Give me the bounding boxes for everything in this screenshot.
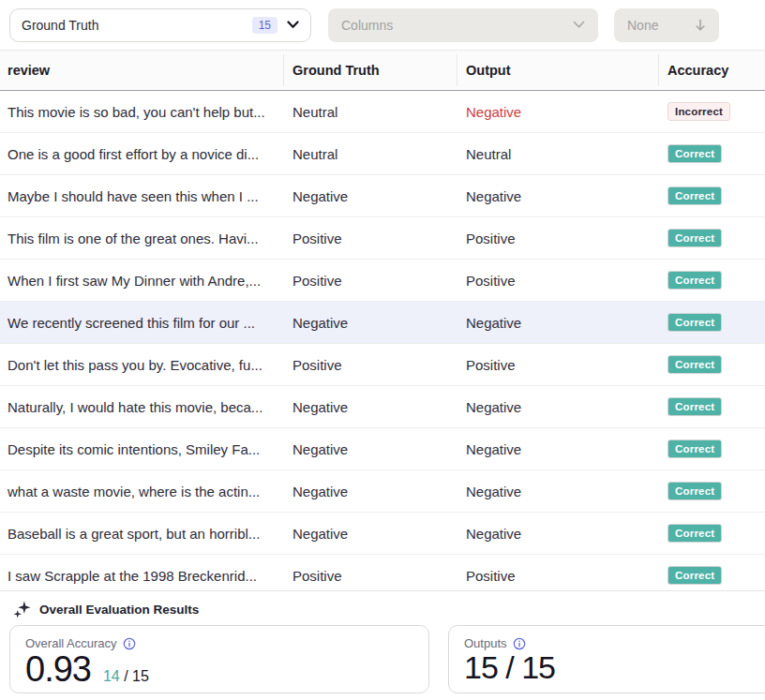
output-cell: Neutral [458, 146, 659, 162]
review-cell: Baseball is a great sport, but an horrib… [0, 526, 284, 542]
accuracy-cell: Correct [659, 566, 765, 585]
ground-truth-cell: Positive [284, 568, 458, 584]
toolbar: Ground Truth 15 Columns None [0, 0, 765, 51]
review-cell: Don't let this pass you by. Evocative, f… [0, 357, 284, 373]
output-cell: Negative [458, 188, 659, 204]
columns-select[interactable]: Columns [328, 8, 598, 42]
field-count-badge: 15 [252, 17, 278, 34]
info-icon[interactable] [123, 637, 136, 650]
accuracy-cell: Correct [659, 313, 765, 332]
ground-truth-cell: Positive [284, 357, 458, 373]
review-cell: This film is one of the great ones. Havi… [0, 231, 284, 246]
columns-select-placeholder: Columns [341, 18, 573, 33]
output-cell: Negative [458, 399, 659, 415]
accuracy-badge: Correct [668, 355, 722, 374]
table-row[interactable]: Despite its comic intentions, Smiley Fa.… [0, 428, 765, 470]
output-cell: Negative [458, 104, 659, 120]
output-cell: Positive [458, 231, 659, 246]
output-cell: Negative [458, 526, 659, 542]
output-cell: Positive [458, 273, 659, 289]
table-row[interactable]: This movie is so bad, you can't help but… [0, 91, 765, 133]
table-row[interactable]: Naturally, I would hate this movie, beca… [0, 386, 765, 428]
review-cell: When I first saw My Dinner with Andre,..… [0, 273, 284, 289]
ground-truth-cell: Negative [284, 399, 458, 415]
table-row[interactable]: One is a good first effort by a novice d… [0, 133, 765, 175]
accuracy-cell: Correct [659, 229, 765, 247]
review-cell: what a waste movie, where is the actin..… [0, 484, 284, 499]
review-cell: Despite its comic intentions, Smiley Fa.… [0, 441, 284, 457]
overall-accuracy-label: Overall Accuracy [25, 636, 117, 650]
accuracy-cell: Incorrect [659, 102, 765, 121]
accuracy-badge: Correct [668, 271, 722, 290]
ground-truth-field-select[interactable]: Ground Truth 15 [9, 8, 311, 42]
output-cell: Negative [458, 315, 659, 331]
accuracy-cell: Correct [659, 186, 765, 205]
table-row[interactable]: We recently screened this film for our .… [0, 302, 765, 344]
arrow-down-icon [695, 19, 706, 32]
ground-truth-cell: Negative [284, 441, 458, 457]
accuracy-cell: Correct [659, 524, 765, 543]
accuracy-badge: Correct [668, 482, 722, 500]
accuracy-badge: Correct [668, 566, 722, 585]
table-row[interactable]: When I first saw My Dinner with Andre,..… [0, 260, 765, 302]
output-cell: Positive [458, 568, 659, 584]
output-cell: Positive [458, 357, 659, 373]
table-row[interactable]: This film is one of the great ones. Havi… [0, 217, 765, 260]
table-row[interactable]: Don't let this pass you by. Evocative, f… [0, 344, 765, 386]
accuracy-cell: Correct [659, 355, 765, 374]
accuracy-badge: Correct [668, 229, 722, 247]
accuracy-cell: Correct [659, 271, 765, 290]
table-row[interactable]: I saw Scrapple at the 1998 Breckenrid...… [0, 555, 765, 590]
ground-truth-cell: Negative [284, 526, 458, 542]
review-cell: One is a good first effort by a novice d… [0, 146, 284, 162]
outputs-value: 15 / 15 [464, 651, 555, 685]
accuracy-badge: Correct [668, 524, 722, 543]
outputs-label: Outputs [464, 636, 507, 650]
ground-truth-cell: Neutral [284, 146, 458, 162]
review-cell: Naturally, I would hate this movie, beca… [0, 399, 284, 415]
overall-accuracy-fraction: 14 / 15 [103, 668, 149, 685]
accuracy-cell: Correct [659, 397, 765, 416]
accuracy-cell: Correct [659, 439, 765, 458]
info-icon[interactable] [513, 637, 526, 650]
table-row[interactable]: Maybe I should have seen this when I ...… [0, 175, 765, 217]
accuracy-badge: Incorrect [668, 102, 730, 121]
ground-truth-cell: Positive [284, 231, 458, 246]
accuracy-badge: Correct [668, 313, 722, 332]
accuracy-badge: Correct [668, 397, 722, 416]
accuracy-cell: Correct [659, 482, 765, 500]
evaluation-results-page: { "toolbar": { "field_select": { "label"… [0, 0, 765, 700]
ground-truth-cell: Negative [284, 188, 458, 204]
column-header-output[interactable]: Output [458, 54, 659, 86]
review-cell: I saw Scrapple at the 1998 Breckenrid... [0, 568, 284, 584]
overall-results-title: Overall Evaluation Results [39, 603, 199, 617]
outputs-card: Outputs 15 / 15 [448, 625, 765, 693]
column-header-accuracy[interactable]: Accuracy [659, 54, 765, 86]
accuracy-badge: Correct [668, 144, 722, 163]
field-select-label: Ground Truth [22, 18, 252, 33]
overall-results-header: Overall Evaluation Results [0, 591, 765, 625]
review-cell: This movie is so bad, you can't help but… [0, 104, 284, 120]
ground-truth-cell: Positive [284, 273, 458, 289]
table-row[interactable]: Baseball is a great sport, but an horrib… [0, 513, 765, 555]
table-body: This movie is so bad, you can't help but… [0, 91, 765, 590]
chevron-down-icon [287, 21, 299, 29]
table-row[interactable]: what a waste movie, where is the actin..… [0, 470, 765, 513]
ground-truth-cell: Negative [284, 484, 458, 499]
sort-order-button[interactable]: None [614, 8, 719, 42]
chevron-down-icon [573, 21, 585, 29]
sparkles-icon [13, 601, 31, 618]
column-header-ground-truth[interactable]: Ground Truth [284, 54, 458, 86]
overall-results-panel: Overall Evaluation Results Overall Accur… [0, 590, 765, 700]
column-header-review[interactable]: review [0, 54, 284, 86]
overall-accuracy-card: Overall Accuracy 0.93 14 / 15 [9, 625, 429, 693]
accuracy-cell: Correct [659, 144, 765, 163]
output-cell: Negative [458, 484, 659, 499]
table-header: review Ground Truth Output Accuracy [0, 51, 765, 91]
ground-truth-cell: Negative [284, 315, 458, 331]
sort-button-label: None [627, 18, 658, 33]
accuracy-badge: Correct [668, 186, 722, 205]
results-cards: Overall Accuracy 0.93 14 / 15 Outputs 15… [0, 625, 765, 693]
review-cell: We recently screened this film for our .… [0, 315, 284, 331]
output-cell: Negative [458, 441, 659, 457]
